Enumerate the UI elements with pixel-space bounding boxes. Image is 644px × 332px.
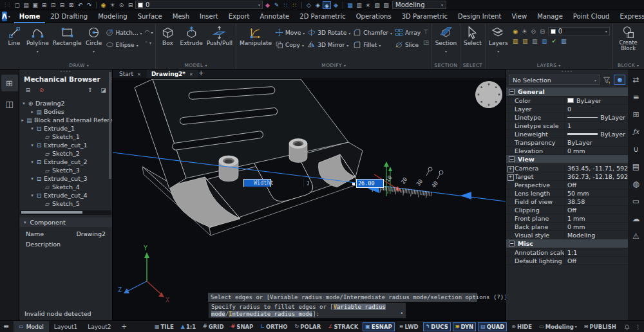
ribbon-tab[interactable]: 2D Parametric [294,10,350,23]
status-toggle[interactable]: 1:1 [178,322,198,331]
ribbon-tab[interactable]: Operations [351,10,397,23]
selection-dropdown[interactable]: No Selection [509,75,600,85]
component-name-row[interactable]: Name Drawing2 [19,227,112,237]
panel-tab-icon[interactable] [628,158,644,175]
group-label-layers[interactable]: LAYERS [487,62,611,69]
rectangle-button[interactable]: Rectangle [51,24,84,46]
tree-expander-icon[interactable] [19,118,26,123]
status-toggle[interactable]: QUAD [478,322,507,331]
component-description-row[interactable]: Description [19,237,112,248]
style-icon[interactable] [263,1,272,9]
style-icon[interactable] [272,1,281,9]
manipulate-button[interactable]: Manipulate [238,24,274,46]
ribbon-layer-dropdown[interactable]: 0 [548,27,610,35]
tree-expander-icon[interactable] [29,126,35,131]
view-cube-icon[interactable] [332,1,340,9]
style-icon[interactable] [290,1,299,9]
tree-expander-icon[interactable] [29,176,35,181]
section-header-misc[interactable]: Misc [506,239,628,248]
property-row[interactable]: Linetype ByLayer [506,113,628,122]
cylinder-boss[interactable] [289,139,307,163]
qat-icon[interactable] [31,1,39,9]
layer-tool-icon[interactable] [521,37,529,45]
drawing-canvas[interactable]: Start Drawing2* + [113,69,506,320]
property-row[interactable]: Target 362.73, -12.18, 592.34 [506,172,628,181]
ribbon-tab[interactable]: View [506,10,532,23]
tree-item[interactable]: Extrude_cut_4 [19,191,112,199]
layer-tool-icon[interactable] [560,37,568,45]
property-row[interactable]: Lens length 50 mm [506,189,628,198]
row-expand-icon[interactable] [506,164,515,172]
tree-item[interactable]: Extrude_1 [19,124,112,133]
app-logo[interactable]: Λ [2,12,7,21]
status-toggle[interactable]: DUCS [423,322,451,331]
workspace-dropdown[interactable]: Modeling [392,1,446,9]
create-block-button[interactable]: Create Block [614,24,643,51]
circle-button[interactable]: Circle [84,24,104,54]
layout-tab[interactable]: Layout2 [82,321,116,332]
layer-state-icon[interactable] [117,1,126,9]
box-button[interactable]: Box [157,24,178,46]
tree-item[interactable]: Sketch_3 [19,166,112,174]
arc-flyout-button[interactable]: ◠ [145,29,153,35]
tree-item[interactable]: Sketch_4 [19,183,112,191]
menu-icon[interactable]: ≡ [3,322,9,331]
qat-icon[interactable] [58,1,66,9]
image-tool-icon[interactable] [382,1,390,9]
panel-tab-icon[interactable] [628,123,644,140]
group-label-select[interactable]: SELECT [462,62,484,69]
tree-expander-icon[interactable] [29,160,35,165]
ribbon-tab[interactable]: Home [14,10,45,23]
property-row[interactable]: Perspective Off [506,181,628,189]
component-section-header[interactable]: Component [19,217,112,227]
close-icon[interactable] [189,71,193,77]
collapse-icon[interactable] [509,156,515,162]
ribbon-tab[interactable]: Mesh [167,10,194,23]
orbit-control[interactable] [475,81,502,108]
status-toggle[interactable]: SNAP [229,322,256,331]
horizontal-scrollbar[interactable] [20,210,111,215]
layout-tab[interactable]: Model [14,321,49,332]
panel-tab-icon[interactable] [628,175,644,192]
property-row[interactable]: Elevation 0 mm [506,147,628,155]
section-header-view[interactable]: View [506,155,628,164]
toolbar-drag-handle-icon[interactable]: ⋮⋮ [3,2,10,8]
layout-tab[interactable]: Layout1 [49,321,82,332]
tool-icon[interactable] [346,1,354,9]
section-header-general[interactable]: General [506,88,628,97]
chevron-down-icon[interactable] [8,14,10,19]
group-label-draw[interactable]: DRAW [4,62,154,69]
tool-icon[interactable] [355,1,363,9]
property-row[interactable]: Annotation scale 1:1 [506,248,628,257]
status-toggle[interactable]: GRID [200,322,226,331]
dynamic-dimension-input[interactable]: 26.00 [356,179,384,188]
copy-button[interactable]: Copy [275,40,305,50]
property-value[interactable]: 1 mm [565,214,628,223]
cylinder-boss[interactable] [219,156,238,181]
image-tool-icon[interactable] [373,1,381,9]
tree-item[interactable]: Drawing2 [19,99,112,107]
command-history-toggle-icon[interactable] [401,309,403,317]
tree-item[interactable]: Sketch_1 [19,133,112,141]
structure-browser-icon[interactable] [1,75,18,91]
property-value[interactable]: Off [565,206,628,214]
ribbon-tab[interactable]: Surface [133,10,167,23]
property-row[interactable]: Color ByLayer [506,97,628,105]
quick-select-filter-icon[interactable] [603,76,611,84]
qat-icon[interactable] [67,1,75,9]
group-label-block[interactable]: BLOCK [614,62,643,69]
tree-item[interactable]: Extrude_cut_3 [19,174,112,183]
property-value[interactable]: 38.58 [565,198,628,206]
layer-state-icon[interactable] [108,1,117,9]
browser-toolbar-icon[interactable] [24,86,32,94]
qat-icon[interactable] [49,1,57,9]
property-row[interactable]: Width 278.79 mm [243,179,271,187]
view-cube-icon[interactable] [323,1,331,9]
status-toggle[interactable]: STRACK [325,322,361,331]
browser-toolbar-icon[interactable] [86,86,94,94]
property-value[interactable]: Off [565,257,628,265]
document-tab[interactable]: Drawing2* [147,69,198,78]
property-value[interactable]: ByLayer [565,138,628,147]
status-toggle[interactable]: PUBLISH [582,322,619,331]
status-toggle[interactable]: DYN [453,322,476,331]
